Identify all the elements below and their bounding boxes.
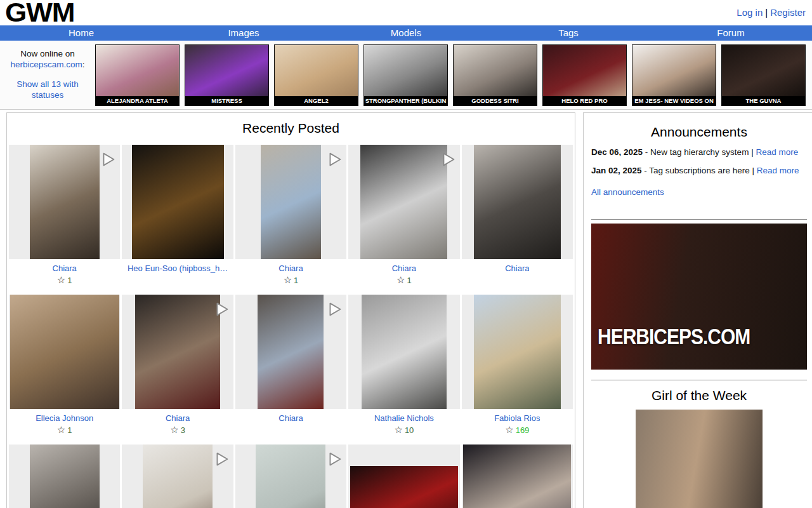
- post-thumbnail[interactable]: [9, 444, 120, 508]
- girl-of-week-image[interactable]: [636, 410, 763, 508]
- post-cell: Chiara☆1: [9, 145, 120, 286]
- post-thumbnail[interactable]: [348, 444, 459, 508]
- show-all-statuses-link[interactable]: Show all 13 with statuses: [16, 79, 79, 100]
- model-name-link[interactable]: Chiara: [278, 413, 303, 423]
- model-name-link[interactable]: Heo Eun-Soo (hipboss_h…: [128, 264, 228, 273]
- star-count-value: 3: [181, 425, 185, 435]
- play-video-icon[interactable]: [325, 300, 344, 319]
- play-video-icon[interactable]: [212, 300, 231, 319]
- announcement-read-more-link[interactable]: Read more: [756, 147, 798, 157]
- star-icon: ☆: [394, 424, 402, 435]
- online-model-thumb[interactable]: MISTRESS: [185, 44, 269, 106]
- online-model-thumb[interactable]: HELO RED PRO: [542, 44, 627, 106]
- model-name-link[interactable]: Fabiola Rios: [494, 413, 540, 423]
- post-image: [360, 145, 447, 259]
- star-icon: ☆: [505, 424, 513, 435]
- register-link[interactable]: Register: [770, 7, 806, 18]
- play-video-icon[interactable]: [438, 150, 457, 169]
- all-announcements-link[interactable]: All announcements: [591, 187, 664, 197]
- star-count: ☆1: [284, 274, 299, 286]
- site-logo[interactable]: GWM: [5, 0, 75, 28]
- announcement-item: Jan 02, 2025 - Tag subscriptions are her…: [591, 165, 807, 177]
- star-count: ☆1: [57, 424, 72, 436]
- post-image: [30, 444, 100, 508]
- nav-item-models[interactable]: Models: [325, 25, 487, 41]
- post-thumbnail[interactable]: [462, 444, 573, 508]
- post-thumbnail[interactable]: [122, 295, 233, 409]
- star-count: ☆10: [394, 424, 414, 436]
- nav-item-images[interactable]: Images: [162, 25, 325, 41]
- online-model-name: STRONGPANTHER (BULKIN: [364, 96, 447, 105]
- post-thumbnail[interactable]: [462, 295, 573, 409]
- model-name-link[interactable]: Nathalie Nichols: [374, 413, 434, 423]
- post-cell: [462, 444, 573, 508]
- model-name-link[interactable]: Ellecia Johnson: [36, 413, 93, 423]
- announcements-title: Announcements: [591, 124, 807, 140]
- announcement-item: Dec 06, 2025 - New tag hierarchy system …: [591, 147, 807, 158]
- play-video-icon[interactable]: [98, 150, 117, 169]
- model-name-link[interactable]: Chiara: [392, 264, 416, 273]
- online-model-thumb[interactable]: ALEJANDRA ATLETA: [95, 44, 180, 106]
- star-count-value: 169: [516, 425, 530, 435]
- star-icon: ☆: [57, 424, 65, 435]
- recently-posted-title: Recently Posted: [7, 121, 575, 136]
- online-model-thumb[interactable]: STRONGPANTHER (BULKIN: [363, 44, 448, 106]
- online-model-thumb[interactable]: EM JESS- NEW VIDEOS ON: [632, 44, 716, 106]
- star-count-value: 1: [67, 425, 72, 435]
- play-video-icon[interactable]: [212, 450, 231, 469]
- nav-item-forum[interactable]: Forum: [650, 25, 812, 41]
- online-thumbs: ALEJANDRA ATLETAMISTRESSANGEL2STRONGPANT…: [95, 44, 809, 106]
- announcement-date: Jan 02, 2025: [591, 166, 642, 175]
- post-cell: Chiara: [235, 295, 346, 436]
- post-image: [132, 145, 224, 259]
- post-thumbnail[interactable]: [9, 295, 120, 409]
- star-icon: ☆: [284, 274, 292, 285]
- herbiceps-banner[interactable]: HERBICEPS.COM: [591, 224, 807, 370]
- sidebar: Announcements Dec 06, 2025 - New tag hie…: [583, 112, 812, 508]
- post-thumbnail[interactable]: [122, 145, 233, 259]
- star-count: ☆1: [396, 274, 412, 286]
- online-strip: Now online on herbicepscam.com: Show all…: [0, 41, 812, 110]
- star-count: ☆1: [57, 274, 72, 286]
- star-icon: ☆: [396, 274, 405, 285]
- post-image: [350, 466, 458, 508]
- model-name-link[interactable]: Chiara: [166, 413, 190, 423]
- model-name-link[interactable]: Chiara: [53, 264, 77, 273]
- online-model-thumb[interactable]: ANGEL2: [274, 44, 358, 106]
- nav-item-tags[interactable]: Tags: [487, 25, 650, 41]
- post-cell: Chiara☆3: [122, 295, 233, 436]
- post-cell: [9, 444, 120, 508]
- star-count-value: 1: [294, 276, 298, 285]
- model-name-link[interactable]: Chiara: [278, 264, 303, 273]
- post-thumbnail[interactable]: [348, 145, 459, 259]
- post-thumbnail[interactable]: [122, 444, 233, 508]
- post-thumbnail[interactable]: [348, 295, 459, 409]
- login-link[interactable]: Log in: [737, 7, 763, 18]
- online-model-thumb[interactable]: GODDESS SITRI: [453, 44, 537, 106]
- auth-links: Log in|Register: [737, 7, 806, 18]
- post-cell: Chiara: [462, 145, 573, 286]
- star-icon: ☆: [57, 274, 65, 285]
- post-thumbnail[interactable]: [235, 145, 346, 259]
- post-thumbnail[interactable]: [235, 295, 346, 409]
- post-thumbnail[interactable]: [235, 444, 346, 508]
- star-count: ☆169: [505, 424, 529, 436]
- online-model-name: HELO RED PRO: [543, 96, 626, 105]
- post-image: [30, 145, 100, 259]
- announcements-list: Dec 06, 2025 - New tag hierarchy system …: [591, 147, 807, 177]
- online-intro-colon: :: [82, 60, 85, 69]
- announcement-date: Dec 06, 2025: [591, 147, 643, 157]
- post-thumbnail[interactable]: [462, 145, 573, 259]
- model-name-link[interactable]: Chiara: [505, 264, 529, 273]
- post-image: [362, 295, 447, 409]
- auth-divider: |: [765, 7, 768, 18]
- herbicepscam-link[interactable]: herbicepscam.com: [10, 60, 82, 69]
- play-video-icon[interactable]: [325, 450, 344, 469]
- online-model-name: MISTRESS: [185, 96, 268, 105]
- star-count-value: 10: [405, 425, 414, 435]
- online-model-thumb[interactable]: THE GUVNA: [721, 44, 806, 106]
- post-thumbnail[interactable]: [9, 145, 120, 259]
- announcement-read-more-link[interactable]: Read more: [757, 166, 799, 175]
- play-video-icon[interactable]: [325, 150, 344, 169]
- post-image: [143, 444, 213, 508]
